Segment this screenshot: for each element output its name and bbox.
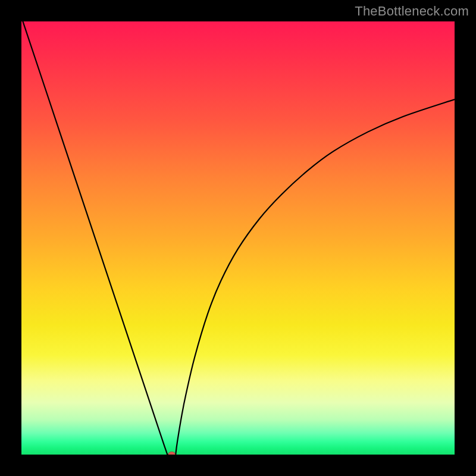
chart-frame: TheBottleneck.com bbox=[0, 0, 476, 476]
valley-marker bbox=[168, 452, 176, 455]
curve-right-branch bbox=[176, 99, 455, 455]
plot-area bbox=[21, 21, 455, 455]
plot-svg bbox=[21, 21, 455, 455]
curve-left-branch bbox=[21, 21, 167, 455]
watermark-text: TheBottleneck.com bbox=[355, 4, 469, 19]
